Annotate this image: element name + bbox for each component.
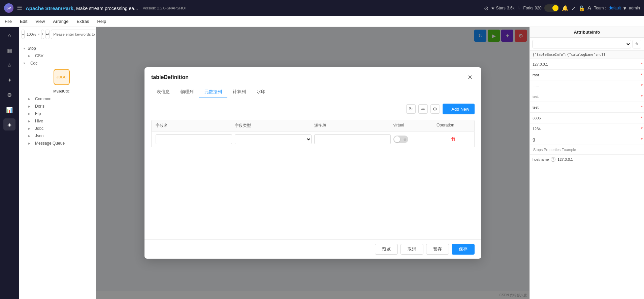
tab-watermark[interactable]: 水印	[251, 86, 271, 98]
sidebar-icon-settings[interactable]: ⚙	[3, 89, 15, 101]
sidebar-icon-puzzle[interactable]: ✦	[3, 74, 15, 86]
left-panel-toolbar: − 100% ▾ + ↩	[19, 27, 96, 42]
modal-overlay[interactable]: tableDefinition ✕ 表信息 物理列 元数据列 计算列 水印 ↻	[96, 27, 529, 299]
tree-item-hive[interactable]: ▶ Hive	[19, 117, 96, 125]
required-indicator: *	[641, 137, 644, 142]
forks-icon: ⑂	[517, 5, 521, 11]
theme-toggle[interactable]	[544, 4, 559, 12]
sidebar-icon-module[interactable]: ◈	[3, 118, 15, 130]
menu-view[interactable]: View	[35, 17, 45, 25]
sidebar-icon-home[interactable]: ⌂	[3, 30, 15, 42]
tree-item-message-queue[interactable]: ▶ Message Queue	[19, 140, 96, 147]
right-panel-content: {"tableBaseInfo":{"catalogName":null 127…	[530, 51, 644, 299]
attr-value-db1: test	[530, 92, 640, 101]
required-indicator: *	[641, 73, 644, 77]
settings-icon[interactable]: ⚙	[430, 104, 440, 114]
menu-edit[interactable]: Edit	[19, 17, 28, 25]
temp-save-btn[interactable]: 暂存	[426, 244, 449, 255]
field-type-select[interactable]: STRING INT BIGINT TIMESTAMP	[235, 134, 311, 144]
tree-item-json-label: Json	[35, 134, 43, 138]
tree-item-cdc[interactable]: ▼ Cdc	[19, 60, 96, 67]
tree-section-stop-header[interactable]: ▼ Stop	[19, 45, 96, 52]
lock-icon[interactable]: 🔒	[578, 5, 585, 11]
menu-extras[interactable]: Extras	[76, 17, 90, 25]
format-icon[interactable]: ⇔	[418, 104, 428, 114]
version-label: Version: 2.2.0-SNAPSHOT	[143, 6, 187, 10]
right-panel-select[interactable]	[533, 40, 631, 48]
toggle-label: 否	[404, 137, 407, 142]
modal-toolbar: ↻ ⇔ ⚙ + Add New	[151, 104, 475, 114]
bell-icon[interactable]: 🔔	[562, 5, 569, 11]
team-value[interactable]: default	[609, 6, 621, 10]
admin-label: admin	[629, 6, 640, 10]
cancel-btn[interactable]: 取消	[400, 244, 423, 255]
attr-row-port: 3306 *	[530, 113, 644, 123]
right-panel-footer: hostname ? 127.0.0.1	[530, 155, 644, 164]
preview-btn[interactable]: 预览	[375, 244, 398, 255]
col-virtual: virtual	[393, 123, 434, 128]
translate-icon[interactable]: A	[588, 5, 591, 11]
menu-help[interactable]: Help	[96, 17, 107, 25]
menu-arrange[interactable]: Arrange	[52, 17, 69, 25]
modal-close-btn[interactable]: ✕	[465, 73, 475, 82]
tab-tableinfo[interactable]: 表信息	[151, 86, 175, 98]
chevron-icon: ▶	[28, 98, 30, 101]
required-indicator: *	[641, 83, 644, 88]
panel-zoom-in-btn[interactable]: +	[41, 30, 44, 39]
hostname-value: 127.0.0.1	[557, 157, 573, 161]
right-panel-edit-btn[interactable]: ✎	[633, 40, 641, 48]
center-area: ↻ ▶ ✦ ⚙ CSDN @暗影八度 tableDefinition ✕ 表信息…	[96, 27, 529, 299]
refresh-icon[interactable]: ↻	[406, 104, 416, 114]
forks-info: Forks 920	[523, 6, 542, 10]
sidebar-icon-grid[interactable]: ▦	[3, 44, 15, 57]
source-field-input[interactable]	[314, 134, 391, 144]
team-dropdown-icon[interactable]: ▾	[623, 5, 626, 11]
team-label: Team :	[594, 6, 606, 10]
dropdown-icon: ▾	[38, 33, 40, 36]
sidebar-icon-star[interactable]: ☆	[3, 59, 15, 71]
required-indicator: *	[641, 116, 644, 120]
delete-row-btn[interactable]: 🗑	[449, 135, 458, 144]
field-name-input[interactable]	[156, 134, 232, 144]
modal-tabs: 表信息 物理列 元数据列 计算列 水印	[144, 86, 481, 98]
chevron-icon: ▼	[23, 47, 26, 50]
tree-item-ftp[interactable]: ▶ Ftp	[19, 110, 96, 117]
add-new-button[interactable]: + Add New	[443, 104, 475, 114]
tree-item-jdbc-label: Jdbc	[35, 126, 43, 131]
tree-item-csv[interactable]: ▶ CSV	[19, 52, 96, 60]
hamburger-icon[interactable]: ☰	[17, 4, 22, 12]
tab-physical[interactable]: 物理列	[175, 86, 199, 98]
left-panel: − 100% ▾ + ↩ ▼ Stop ▶ CSV ▼	[19, 27, 96, 299]
tree-item-jdbc[interactable]: ▶ Jdbc	[19, 125, 96, 132]
col-source-field: 源字段	[314, 123, 391, 128]
hostname-row: hostname ? 127.0.0.1	[533, 157, 641, 162]
expand-icon[interactable]: ⤢	[571, 5, 576, 11]
json-value: {"tableBaseInfo":{"catalogName":null	[533, 53, 606, 57]
tree-item-csv-label: CSV	[35, 53, 43, 58]
tree-item-message-queue-label: Message Queue	[35, 141, 65, 146]
search-input[interactable]	[51, 30, 96, 39]
help-icon[interactable]: ?	[551, 157, 555, 162]
tree-item-common[interactable]: ▶ Common	[19, 95, 96, 103]
required-indicator: *	[641, 94, 644, 99]
menu-file[interactable]: File	[4, 17, 12, 25]
watermark-label: Stops Properties Example	[530, 145, 644, 155]
tab-meta[interactable]: 元数据列	[199, 86, 227, 98]
left-panel-tree: ▼ Stop ▶ CSV ▼ Cdc JDBC M	[19, 42, 96, 299]
github-icon[interactable]: ⊙	[484, 5, 488, 11]
panel-zoom-out-btn[interactable]: −	[22, 30, 25, 39]
sidebar-icon-chart[interactable]: 📊	[3, 104, 15, 116]
app-title: Apache StreamPark, Make stream processin…	[26, 5, 138, 11]
attr-row-id: 1234 *	[530, 123, 644, 134]
tree-item-doris[interactable]: ▶ Doris	[19, 103, 96, 110]
tree-item-mysqlcdc[interactable]: JDBC MysqlCdc	[19, 67, 96, 95]
save-btn[interactable]: 保存	[452, 244, 475, 255]
tree-item-json[interactable]: ▶ Json	[19, 132, 96, 140]
panel-undo-btn[interactable]: ↩	[45, 30, 50, 39]
right-panel: AttributeInfo ✎ {"tableBaseInfo":{"catal…	[529, 27, 644, 299]
modal-title: tableDefinition	[151, 74, 189, 80]
tab-computed[interactable]: 计算列	[227, 86, 251, 98]
stars-info: ★ Stars 3.6k	[491, 6, 515, 10]
virtual-toggle[interactable]: 否	[393, 136, 408, 143]
tree-item-cdc-label: Cdc	[30, 61, 37, 66]
